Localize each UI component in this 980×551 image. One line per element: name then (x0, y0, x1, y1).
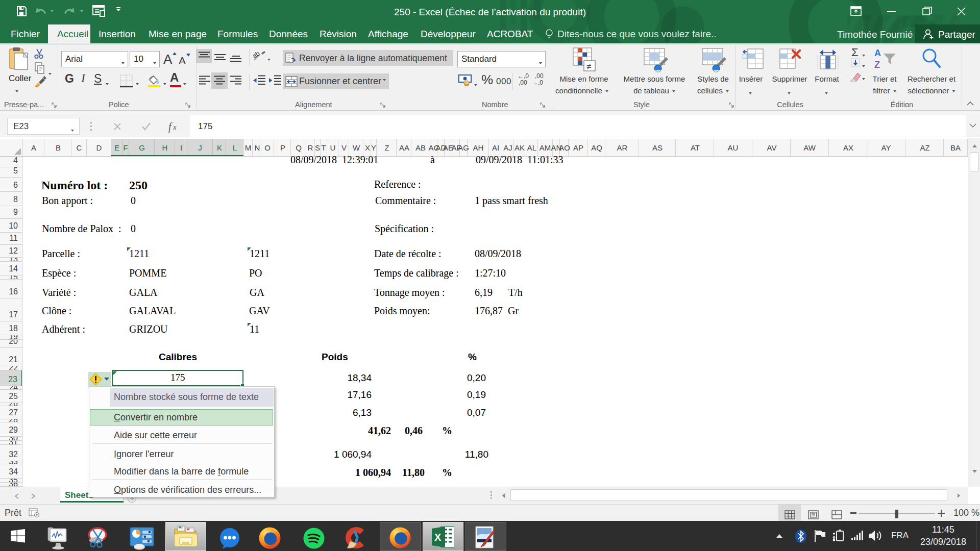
svg-text:Z: Z (874, 60, 880, 70)
svg-text:X: X (434, 532, 442, 543)
svg-text:ab: ab (253, 50, 261, 60)
svg-text:≠: ≠ (586, 62, 591, 71)
svg-text:A: A (874, 48, 881, 58)
